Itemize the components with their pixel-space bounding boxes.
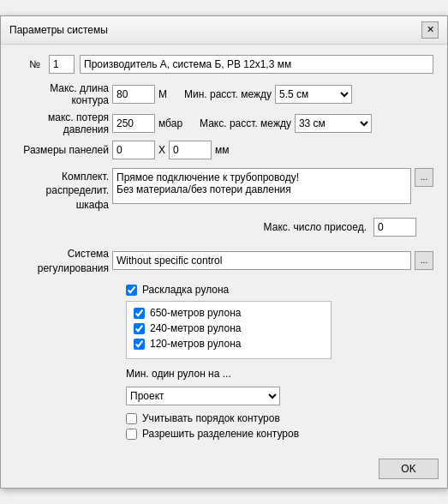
max-dist-select[interactable]: 33 см 25 см 20 см [295,114,372,133]
row-maxconn: Макс. число присоед. [15,218,433,237]
dialog-window: Параметры системы ✕ № Макс. длина контур… [0,15,448,489]
row-panel: Размеры панелей Х мм [15,141,433,159]
min-dist-label: Мин. расст. между [184,88,272,100]
row-control: Система регулирования ... [15,245,433,276]
roll-120-checkbox[interactable] [134,339,145,350]
panel-unit: мм [215,144,230,156]
row-minroll-select: Проект Этаж Комната [126,387,433,405]
roll-120-label[interactable]: 120-метров рулона [150,338,241,350]
order-contours-checkbox[interactable] [126,413,137,424]
panel-width-input[interactable] [112,141,155,159]
roll-650-label[interactable]: 650-метров рулона [150,307,241,319]
min-roll-label: Мин. один рулон на ... [126,368,231,380]
cabinet-textarea[interactable]: Прямое подключение к трубопроводу! Без м… [112,168,411,204]
cabinet-browse-button[interactable]: ... [415,168,433,187]
dialog-content: № Макс. длина контура М Мин. расст. межд… [1,45,447,454]
max-pressure-unit: мбар [158,117,182,129]
ok-button[interactable]: OK [379,459,439,479]
roll-240-row: 240-метров рулона [134,322,324,334]
min-roll-select[interactable]: Проект Этаж Комната [126,387,280,405]
id-input[interactable] [49,55,75,74]
roll-650-row: 650-метров рулона [134,307,324,319]
name-input[interactable] [80,55,433,74]
row-id: № [15,55,433,74]
control-input[interactable] [112,251,411,270]
roll-layout-checkbox[interactable] [126,285,137,296]
max-pressure-label: макс. потеря давления [15,111,109,135]
roll-layout-label[interactable]: Раскладка рулона [142,284,229,296]
row-cabinet: Комплект. распределит. шкафа Прямое подк… [15,168,433,213]
max-conn-input[interactable] [373,218,416,237]
cabinet-label: Комплект. распределит. шкафа [15,168,109,213]
dialog-title: Параметры системы [9,24,108,36]
order-contours-label[interactable]: Учитывать порядок контуров [142,412,280,424]
panel-size-label: Размеры панелей [15,144,109,156]
roll-240-label[interactable]: 240-метров рулона [150,322,241,334]
roll-layout-section: Раскладка рулона [126,284,433,296]
roll-120-row: 120-метров рулона [134,338,324,350]
roll-240-checkbox[interactable] [134,323,145,334]
roll-650-checkbox[interactable] [134,308,145,319]
split-contours-row: Разрешить разделение контуров [126,428,433,440]
control-label: Система регулирования [15,245,109,276]
max-pressure-input[interactable] [112,114,155,133]
panel-height-input[interactable] [169,141,212,159]
max-contour-unit: М [158,88,167,100]
max-contour-input[interactable] [112,85,155,104]
dialog-footer: OK [1,453,447,488]
max-contour-label: Макс. длина контура [15,82,109,106]
roll-options-box: 650-метров рулона 240-метров рулона 120-… [126,301,332,359]
max-dist-label: Макс. расст. между [200,117,291,129]
bottom-checks: Учитывать порядок контуров Разрешить раз… [126,412,433,440]
x-separator: Х [158,144,165,156]
close-button[interactable]: ✕ [421,21,439,39]
title-bar: Параметры системы ✕ [1,16,447,45]
row-lengths: Макс. длина контура М Мин. расст. между … [15,82,433,106]
id-label: № [15,58,40,70]
row-minroll: Мин. один рулон на ... [126,368,433,380]
max-conn-label: Макс. число присоед. [264,221,367,233]
split-contours-label[interactable]: Разрешить разделение контуров [142,428,299,440]
row-pressure: макс. потеря давления мбар Макс. расст. … [15,111,433,135]
order-contours-row: Учитывать порядок контуров [126,412,433,424]
split-contours-checkbox[interactable] [126,429,137,440]
roll-layout-row: Раскладка рулона [126,284,433,296]
min-dist-select[interactable]: 5.5 см 6 см 7 см [275,85,352,104]
control-browse-button[interactable]: ... [415,251,433,270]
